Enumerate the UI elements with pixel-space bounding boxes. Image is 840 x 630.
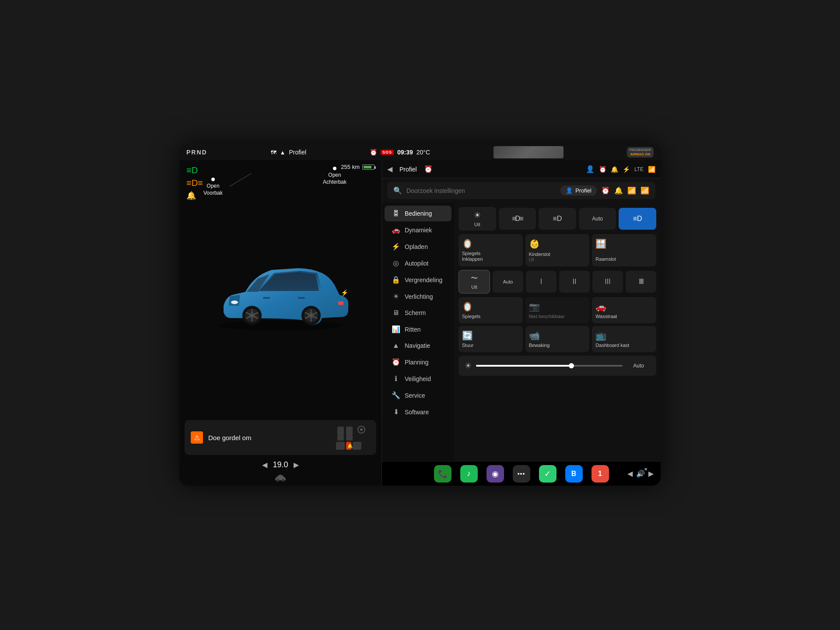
volume-control: 🔊 ✕	[636, 469, 645, 478]
sidebar-item-autopilot[interactable]: ◎ Autopilot	[385, 255, 452, 271]
opladen-label: Opladen	[405, 243, 428, 250]
dynamiek-icon: 🚗	[392, 226, 400, 234]
camera-icon: ◉	[492, 469, 499, 479]
light-btn-side1[interactable]: ≡D≡	[499, 208, 536, 230]
light-btn-uit[interactable]: ☀ Uit	[458, 207, 496, 231]
camera-unavail-icon: 📷	[529, 301, 540, 312]
wasstraat-btn[interactable]: 🚗 Wasstraat	[592, 297, 656, 323]
dynamiek-label: Dynamiek	[405, 227, 432, 234]
number-app[interactable]: 1	[592, 465, 609, 483]
bewaking-label: Bewaking	[529, 343, 550, 348]
nav-triangle-icon: ▲	[280, 149, 286, 156]
bewaking-btn[interactable]: 📹 Bewaking	[525, 326, 590, 352]
nav-app[interactable]: ✓	[539, 465, 556, 483]
main-content: ≡D ≡D≡ 🔔 255 km OpenVoorbak	[179, 160, 661, 486]
svg-point-2	[231, 301, 238, 304]
prev-track-icon[interactable]: ◀	[627, 469, 633, 478]
more-app[interactable]: •••	[513, 465, 530, 483]
navigatie-label: Navigatie	[405, 342, 430, 349]
auto-brightness-btn[interactable]: Auto	[627, 360, 650, 371]
brightness-slider[interactable]	[476, 365, 623, 367]
camera-app[interactable]: ◉	[486, 465, 504, 483]
veiligheid-icon: ℹ	[392, 374, 400, 383]
back-icon[interactable]: ◀	[387, 165, 392, 173]
sidebar-item-planning[interactable]: ⏰ Planning	[385, 354, 452, 370]
settings-nav: 🎛 Bediening 🚗 Dynamiek ⚡ Opladen ◎ Autop…	[382, 203, 454, 461]
car-view-area: OpenVoorbak OpenAchterbak	[179, 160, 382, 416]
car-icon-bottom	[179, 473, 382, 486]
volume-icon[interactable]: 🔊	[636, 470, 645, 477]
notification-icon: 🔔	[614, 186, 623, 195]
wiper-speed1-btn[interactable]: I	[526, 271, 556, 293]
stuur-btn[interactable]: 🔄 Stuur	[458, 326, 523, 352]
auto-label: Auto	[592, 216, 603, 222]
bluetooth-status-icon: 📶	[627, 186, 636, 195]
search-bar: 🔍 👤 Profiel ⏰ 🔔 📶 📶	[387, 182, 655, 199]
kinderslot-btn[interactable]: 👶 Kinderslot Uit	[525, 234, 590, 266]
veiligheid-label: Veiligheid	[405, 375, 431, 382]
bluetooth-app[interactable]: B	[565, 465, 583, 483]
airbag-badge: PASSENGER AIRBAG ON	[627, 147, 654, 158]
carwash-icon: 🚗	[595, 301, 606, 312]
light-btn-full[interactable]: ≡D	[619, 208, 656, 230]
sidebar-item-scherm[interactable]: 🖥 Scherm	[385, 305, 452, 321]
ritten-icon: 📊	[392, 325, 400, 333]
raamslot-btn[interactable]: 🪟 Raamslot	[592, 234, 656, 266]
right-panel: ◀ Profiel ⏰ 👤 ⏰ 🔔 ⚡ LTE 📶 🔍 👤	[382, 160, 661, 486]
sidebar-item-navigatie[interactable]: ▲ Navigatie	[385, 338, 452, 354]
car-image: ⚡	[206, 240, 355, 336]
spotify-icon: ♪	[467, 469, 471, 478]
niet-beschikbaar-btn[interactable]: 📷 Niet beschikbaar	[525, 297, 590, 323]
wiper-auto-label: Auto	[503, 279, 513, 284]
number-app-icon: 1	[598, 470, 602, 478]
alarm-icon: ⏰	[370, 149, 377, 156]
security-cam-icon: 📹	[529, 330, 540, 341]
light-btn-auto[interactable]: Auto	[579, 208, 616, 230]
svg-text:🔔: 🔔	[347, 443, 353, 449]
sidebar-item-ritten[interactable]: 📊 Ritten	[385, 321, 452, 337]
settings-content: ☀ Uit ≡D≡ ≡D Auto ≡D	[454, 203, 661, 461]
temp-left-arrow[interactable]: ◀	[262, 461, 267, 469]
autopilot-icon: ◎	[392, 259, 400, 267]
sidebar-item-software[interactable]: ⬇ Software	[385, 404, 452, 420]
service-label: Service	[405, 392, 425, 399]
right-body: 🎛 Bediening 🚗 Dynamiek ⚡ Opladen ◎ Autop…	[382, 203, 661, 461]
sidebar-item-vergrendeling[interactable]: 🔒 Vergrendeling	[385, 272, 452, 288]
phone-app[interactable]: 📞	[434, 465, 452, 483]
next-track-icon[interactable]: ▶	[648, 469, 654, 478]
dashboard-btn[interactable]: 📺 Dashboard kast	[592, 326, 656, 352]
spiegels2-btn[interactable]: 🪞 Spiegels	[458, 297, 523, 323]
sidebar-item-bediening[interactable]: 🎛 Bediening	[385, 206, 452, 221]
wiper-speed3-btn[interactable]: III	[592, 271, 623, 293]
niet-beschikbaar-label: Niet beschikbaar	[529, 314, 565, 319]
childlock-icon: 👶	[529, 238, 540, 249]
wiper-speed2-btn[interactable]: II	[559, 271, 590, 293]
light-mode-row: ☀ Uit ≡D≡ ≡D Auto ≡D	[458, 207, 656, 231]
light-btn-side2[interactable]: ≡D	[539, 208, 576, 230]
navigatie-icon: ▲	[392, 342, 400, 350]
sidebar-item-dynamiek[interactable]: 🚗 Dynamiek	[385, 222, 452, 238]
sidelight1-icon: ≡D≡	[512, 215, 522, 223]
wiper-speed3-bars: III	[605, 278, 610, 286]
wiper-speed4-btn[interactable]: IIII	[626, 271, 656, 293]
sidelight2-icon: ≡D	[553, 215, 562, 223]
svg-line-0	[230, 173, 252, 186]
temp-right-arrow[interactable]: ▶	[294, 461, 299, 469]
brightness-knob[interactable]	[569, 363, 574, 368]
wiper-row: 〜 Uit Auto I II III	[458, 270, 656, 294]
sidebar-item-veiligheid[interactable]: ℹ Veiligheid	[385, 371, 452, 387]
more-icon: •••	[518, 470, 525, 477]
bediening-label: Bediening	[405, 210, 432, 217]
spotify-app[interactable]: ♪	[460, 465, 478, 483]
left-panel: ≡D ≡D≡ 🔔 255 km OpenVoorbak	[179, 160, 382, 486]
search-input[interactable]	[406, 187, 556, 194]
sidebar-item-verlichting[interactable]: ☀ Verlichting	[385, 288, 452, 304]
sidebar-item-opladen[interactable]: ⚡ Opladen	[385, 238, 452, 255]
wiper-uit-btn[interactable]: 〜 Uit	[458, 270, 490, 294]
svg-rect-18	[298, 297, 305, 299]
spiegels-btn[interactable]: 🪞 SpiegelsInklappen	[458, 234, 523, 266]
sidebar-item-service[interactable]: 🔧 Service	[385, 387, 452, 403]
wiper-auto-btn[interactable]: Auto	[493, 271, 523, 293]
profile-button[interactable]: 👤 Profiel	[560, 186, 597, 196]
map-nav-area: 🗺 ▲ Profiel	[271, 149, 307, 156]
